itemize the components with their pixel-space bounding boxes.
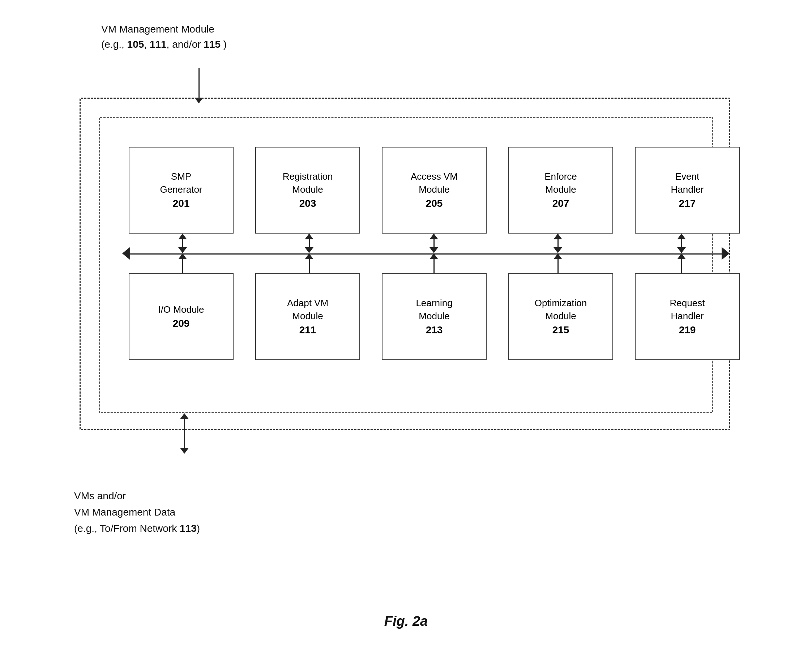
arrow-access-to-bus	[430, 233, 438, 253]
arrow-line	[184, 419, 185, 448]
registration-module-num: 203	[299, 196, 316, 210]
bus-line	[129, 254, 722, 255]
arrow-line	[182, 239, 183, 247]
io-module-label: I/O Module	[158, 303, 204, 316]
learning-module-box: LearningModule 213	[382, 273, 487, 360]
adapt-vm-module-num: 211	[299, 323, 316, 337]
arrow-line	[433, 239, 434, 247]
modules-row-2: I/O Module 209 Adapt VMModule 211 Learni…	[129, 273, 740, 360]
adapt-vm-module-label: Adapt VMModule	[287, 296, 328, 323]
arrow-head-up	[180, 413, 189, 419]
adapt-vm-module-box: Adapt VMModule 211	[255, 273, 360, 360]
access-vm-module-num: 205	[426, 196, 443, 210]
arrow-head-down	[677, 247, 686, 253]
enforce-module-box: EnforceModule 207	[508, 147, 613, 233]
bottom-label: VMs and/or VM Management Data (e.g., To/…	[74, 488, 200, 537]
arrow-head-up	[178, 233, 187, 239]
arrow-io-down	[180, 413, 189, 454]
event-handler-num: 217	[679, 196, 696, 210]
arrow-head-down	[178, 247, 187, 253]
bottom-line3: (e.g., To/From Network 113)	[74, 523, 200, 534]
arrow-head-down	[305, 247, 314, 253]
arrow-head-down	[553, 247, 562, 253]
arrow-smp-to-bus	[178, 233, 187, 253]
arrow-line	[309, 239, 310, 247]
learning-module-num: 213	[426, 323, 443, 337]
smp-generator-num: 201	[173, 196, 190, 210]
bottom-line2: VM Management Data	[74, 506, 176, 518]
arrow-line	[558, 239, 558, 247]
outer-dashed-box: SMPGenerator 201 RegistrationModule 203 …	[80, 98, 730, 430]
learning-module-label: LearningModule	[416, 296, 452, 323]
fig-caption: Fig. 2a	[384, 614, 428, 629]
arrow-head-up	[305, 254, 314, 259]
arrow-head-up	[430, 233, 438, 239]
registration-module-box: RegistrationModule 203	[255, 147, 360, 233]
vm-mgmt-line1: VM Management Module	[101, 24, 215, 35]
io-module-num: 209	[173, 316, 190, 331]
arrow-head-up	[430, 254, 438, 259]
bus-arrow-right	[722, 247, 730, 260]
vm-mgmt-line2: (e.g., 105, 111, and/or 115 )	[101, 39, 227, 50]
arrow-head-up	[553, 233, 562, 239]
arrow-line	[199, 68, 199, 98]
arrow-head-down	[180, 448, 189, 454]
modules-row-1: SMPGenerator 201 RegistrationModule 203 …	[129, 147, 740, 233]
enforce-module-label: EnforceModule	[544, 170, 577, 196]
arrow-reg-to-bus	[305, 233, 314, 253]
arrow-head-up	[305, 233, 314, 239]
request-handler-box: RequestHandler 219	[635, 273, 740, 360]
registration-module-label: RegistrationModule	[283, 170, 333, 196]
access-vm-module-label: Access VMModule	[411, 170, 458, 196]
smp-generator-label: SMPGenerator	[160, 170, 202, 196]
arrow-head-up	[677, 254, 686, 259]
vm-mgmt-label: VM Management Module (e.g., 105, 111, an…	[101, 22, 227, 52]
optimization-module-label: OptimizationModule	[535, 296, 587, 323]
arrow-head-down	[430, 247, 438, 253]
arrow-head-up	[553, 254, 562, 259]
io-module-box: I/O Module 209	[129, 273, 234, 360]
request-handler-num: 219	[679, 323, 696, 337]
request-handler-label: RequestHandler	[670, 296, 705, 323]
page: VM Management Module (e.g., 105, 111, an…	[0, 0, 812, 658]
arrow-enforce-to-bus	[553, 233, 562, 253]
optimization-module-num: 215	[552, 323, 569, 337]
event-handler-label: EventHandler	[671, 170, 704, 196]
smp-generator-box: SMPGenerator 201	[129, 147, 234, 233]
optimization-module-box: OptimizationModule 215	[508, 273, 613, 360]
enforce-module-num: 207	[552, 196, 569, 210]
arrow-head-up	[178, 254, 187, 259]
event-handler-box: EventHandler 217	[635, 147, 740, 233]
arrow-head-up	[677, 233, 686, 239]
arrow-line	[681, 239, 682, 247]
bus-arrow-left	[122, 247, 130, 260]
bottom-line1: VMs and/or	[74, 490, 126, 501]
arrow-event-to-bus	[677, 233, 686, 253]
inner-dashed-box: SMPGenerator 201 RegistrationModule 203 …	[99, 117, 713, 413]
access-vm-module-box: Access VMModule 205	[382, 147, 487, 233]
